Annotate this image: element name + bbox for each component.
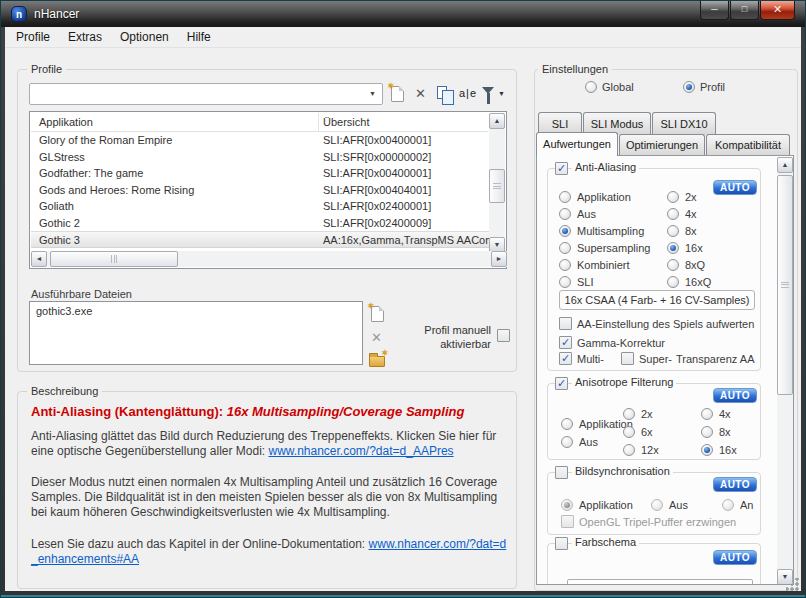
aa-mode-sli-radio[interactable] [559, 276, 571, 288]
scroll-up-icon[interactable]: ▲ [489, 113, 505, 129]
cell-app: Goliath [39, 200, 74, 212]
af-level-4x-label: 4x [719, 408, 731, 420]
af-mode-aus-radio[interactable] [561, 436, 573, 448]
delete-profile-button[interactable]: ✕ [415, 87, 426, 100]
scroll-left-icon[interactable]: ◄ [31, 251, 47, 267]
aa-mode-supersampling-radio[interactable] [559, 242, 571, 254]
tab-optimierungen[interactable]: Optimierungen [619, 134, 705, 156]
af-level-2x-radio[interactable] [623, 408, 635, 420]
af-level-6x-radio[interactable] [623, 426, 635, 438]
menu-hilfe[interactable]: Hilfe [178, 28, 220, 46]
settings-vscroll-thumb[interactable] [777, 175, 793, 395]
scroll-up-icon[interactable]: ▲ [777, 157, 793, 173]
executables-list[interactable]: gothic3.exe [29, 301, 363, 365]
list-row[interactable]: Glory of the Roman EmpireSLI:AFR[0x00400… [31, 132, 491, 149]
aa-mode-multisampling-radio[interactable] [559, 225, 571, 237]
app-logo-icon: n [11, 6, 27, 22]
vsync-enable-checkbox[interactable] [555, 466, 568, 479]
aa-level-2x-radio[interactable] [667, 191, 679, 203]
csaa-info-box: 16x CSAA (4 Farb- + 16 CV-Samples) [559, 290, 755, 310]
list-row[interactable]: Godfather: The gameSLI:AFR[0x00400001] [31, 165, 491, 182]
af-level-8x-radio[interactable] [701, 426, 713, 438]
aa-level-8x-radio[interactable] [667, 225, 679, 237]
chevron-down-icon[interactable]: ▼ [369, 90, 376, 97]
scroll-right-icon[interactable]: ► [491, 251, 507, 267]
menu-extras[interactable]: Extras [59, 28, 111, 46]
title-bar[interactable]: n nHancer ─ □ ✕ [1, 1, 805, 27]
tab-aufwertungen[interactable]: Aufwertungen [536, 132, 618, 156]
vsync-applikation-label: Applikation [579, 499, 633, 511]
aa-level-4x-radio[interactable] [667, 208, 679, 220]
vscroll-thumb[interactable] [489, 169, 505, 203]
new-profile-star-icon: ✶ [387, 81, 395, 91]
aa-upgrade-label: AA-Einstellung des Spiels aufwerten [577, 318, 754, 330]
list-row-selected[interactable]: Gothic 3AA:16x,Gamma,TranspMS AACompa [31, 231, 491, 248]
window-title: nHancer [34, 7, 79, 21]
filter-caret-icon[interactable]: ▼ [498, 90, 505, 97]
column-divider[interactable] [318, 113, 319, 132]
transparency-multi-checkbox[interactable] [559, 352, 572, 365]
anisotropic-enable-checkbox[interactable] [555, 377, 568, 390]
colorscheme-enable-checkbox[interactable] [555, 537, 568, 550]
list-hscrollbar[interactable]: ◄ ► [31, 251, 507, 267]
column-header-applikation[interactable]: Applikation [39, 116, 93, 128]
tab-kompatibilitaet[interactable]: Kompatibilität [706, 134, 790, 156]
maximize-button[interactable]: □ [730, 1, 759, 20]
vsync-aus-radio[interactable] [651, 499, 663, 511]
cell-overview: SLI:SFR[0x00000002] [323, 151, 431, 163]
af-mode-applikation-radio[interactable] [561, 418, 573, 430]
aa-upgrade-checkbox[interactable] [559, 317, 572, 330]
description-para3: Lesen Sie dazu auch das Kapitel in der O… [31, 537, 507, 567]
executable-item[interactable]: gothic3.exe [36, 305, 92, 317]
application-list[interactable]: Applikation Übersicht Glory of the Roman… [29, 111, 507, 269]
aa-level-16xq-radio[interactable] [667, 276, 679, 288]
tab-sli-dx10[interactable]: SLI DX10 [652, 112, 716, 135]
add-executable-star-icon: ✶ [367, 301, 375, 311]
rename-profile-icon[interactable]: a|e [459, 87, 477, 99]
aa-level-8xq-radio[interactable] [667, 259, 679, 271]
aa-mode-sli-label: SLI [577, 276, 594, 288]
vsync-auto-badge: AUTO [713, 477, 757, 492]
cell-app: Gods and Heroes: Rome Rising [39, 184, 194, 196]
manual-activation-checkbox[interactable] [497, 329, 510, 342]
aa-level-16x-radio[interactable] [667, 242, 679, 254]
hscroll-thumb[interactable] [50, 251, 178, 267]
scroll-down-icon[interactable]: ▼ [777, 569, 793, 585]
filter-icon[interactable] [482, 87, 494, 94]
menu-profile[interactable]: Profile [7, 28, 59, 46]
aa-level-4x-label: 4x [685, 208, 697, 220]
close-button[interactable]: ✕ [760, 1, 795, 20]
description-group-label: Beschreibung [27, 385, 102, 397]
gamma-correction-checkbox[interactable] [559, 336, 572, 349]
minimize-button[interactable]: ─ [700, 1, 729, 20]
aa-mode-kombiniert-radio[interactable] [559, 259, 571, 271]
scope-global-radio[interactable] [585, 81, 597, 93]
aa-presets-link[interactable]: www.nhancer.com/?dat=d_AAPres [268, 444, 453, 458]
aa-mode-aus-radio[interactable] [559, 208, 571, 220]
antialiasing-enable-checkbox[interactable] [555, 162, 568, 175]
af-level-4x-radio[interactable] [701, 408, 713, 420]
copy-profile-icon[interactable] [437, 86, 447, 99]
profile-combobox[interactable]: ▼ [29, 83, 383, 105]
af-level-12x-radio[interactable] [623, 444, 635, 456]
vsync-applikation-radio[interactable] [561, 499, 573, 511]
aufwertungen-tab-page: Anti-Aliasing AUTO Applikation Aus Multi… [536, 155, 794, 585]
triple-buffer-checkbox[interactable] [561, 515, 574, 528]
aa-mode-applikation-radio[interactable] [559, 191, 571, 203]
list-row[interactable]: Gods and Heroes: Rome RisingSLI:AFR[0x00… [31, 182, 491, 199]
scope-profil-radio[interactable] [683, 81, 695, 93]
af-mode-aus-label: Aus [579, 436, 598, 448]
vsync-an-radio[interactable] [722, 499, 734, 511]
aa-mode-kombiniert-label: Kombiniert [577, 259, 630, 271]
list-row[interactable]: GLStressSLI:SFR[0x00000002] [31, 149, 491, 166]
settings-vscrollbar[interactable]: ▲ ▼ [777, 157, 793, 585]
menu-optionen[interactable]: Optionen [111, 28, 178, 46]
list-vscrollbar[interactable]: ▲ ▼ [489, 113, 505, 253]
list-row[interactable]: GoliathSLI:AFR[0x02400001] [31, 198, 491, 215]
af-level-16x-radio[interactable] [701, 444, 713, 456]
colorscheme-combobox[interactable] [567, 579, 753, 585]
transparency-super-checkbox[interactable] [621, 352, 634, 365]
anisotropic-auto-badge: AUTO [713, 388, 757, 403]
column-header-uebersicht[interactable]: Übersicht [323, 116, 369, 128]
list-row[interactable]: Gothic 2SLI:AFR[0x02400009] [31, 215, 491, 232]
